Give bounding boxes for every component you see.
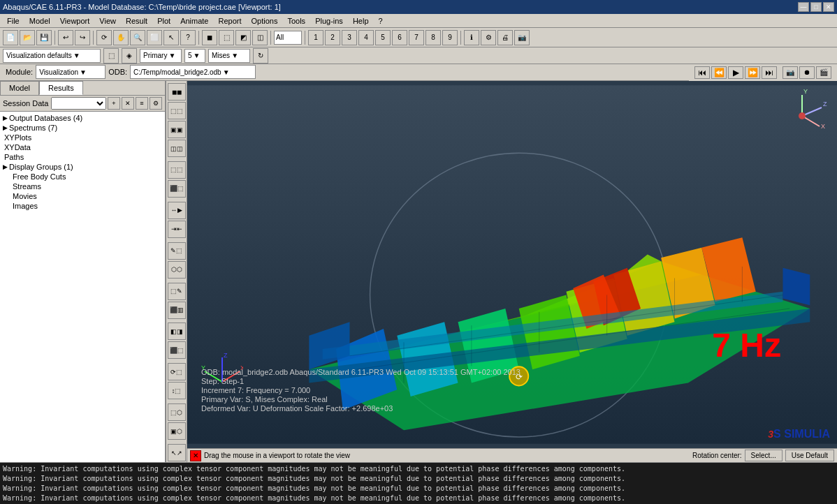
- menu-result[interactable]: Result: [122, 15, 152, 27]
- vtb-btn-2[interactable]: ⬚⬚: [168, 102, 186, 119]
- vtb-btn-15[interactable]: ⟳⬚: [168, 363, 186, 380]
- menu-tools[interactable]: Tools: [283, 15, 310, 27]
- refresh-btn[interactable]: ↻: [253, 48, 268, 64]
- mises-dropdown[interactable]: Mises ▼: [208, 49, 250, 63]
- view5-btn[interactable]: 5: [375, 30, 391, 45]
- vtb-btn-4[interactable]: ◫◫: [168, 140, 186, 157]
- render-btn[interactable]: ◼: [202, 30, 217, 45]
- redo-btn[interactable]: ↪: [75, 30, 90, 45]
- vis-default-dropdown[interactable]: Visualization defaults ▼: [3, 49, 101, 63]
- menu-options[interactable]: Options: [247, 15, 282, 27]
- skip-end-button[interactable]: ⏭: [762, 66, 777, 79]
- query-btn[interactable]: ?: [180, 30, 196, 45]
- vtb-btn-12[interactable]: ⬛▥: [168, 302, 186, 319]
- tree-xydata[interactable]: XYData: [1, 142, 163, 152]
- menu-model[interactable]: Model: [25, 15, 54, 27]
- close-button[interactable]: ✕: [823, 2, 834, 12]
- tree-output-databases[interactable]: ▶ Output Databases (4): [1, 113, 163, 123]
- minimize-button[interactable]: —: [798, 2, 809, 12]
- tree-movies[interactable]: Movies: [10, 191, 163, 201]
- view4-btn[interactable]: 4: [358, 30, 374, 45]
- module-dropdown[interactable]: Visualization ▼: [36, 65, 105, 79]
- session-data-select[interactable]: [51, 97, 106, 110]
- vtb-btn-14[interactable]: ⬛⬚: [168, 341, 186, 359]
- menu-question[interactable]: ?: [374, 15, 387, 27]
- pan-btn[interactable]: ✋: [113, 30, 129, 45]
- tree-images[interactable]: Images: [10, 201, 163, 211]
- undo-btn[interactable]: ↩: [58, 30, 73, 45]
- camera-btn[interactable]: 📷: [514, 30, 530, 45]
- tab-results[interactable]: Results: [39, 81, 83, 95]
- maximize-button[interactable]: □: [810, 2, 822, 12]
- step-dropdown[interactable]: All: [274, 31, 302, 45]
- animate-settings-button[interactable]: 🎬: [816, 66, 831, 79]
- tree-paths[interactable]: Paths: [1, 152, 163, 162]
- info-btn[interactable]: ℹ: [464, 30, 479, 45]
- comp-btn[interactable]: ◈: [122, 48, 137, 64]
- vtb-btn-18[interactable]: ▣⬡: [168, 422, 186, 440]
- new-item-btn[interactable]: +: [108, 97, 120, 110]
- vtb-btn-17[interactable]: ⬚⬡: [168, 403, 186, 421]
- feat-btn[interactable]: ◫: [252, 30, 268, 45]
- options-btn[interactable]: ⚙: [150, 97, 162, 110]
- odb-dropdown[interactable]: C:/Temp/modal_bridge2.odb ▼: [130, 65, 256, 79]
- use-default-button[interactable]: Use Default: [785, 450, 834, 461]
- vtb-btn-1[interactable]: ◼◼: [168, 83, 186, 101]
- view8-btn[interactable]: 8: [425, 30, 441, 45]
- vtb-btn-19[interactable]: ↖↗: [168, 444, 186, 461]
- select-btn[interactable]: ↖: [163, 30, 179, 45]
- vtb-btn-7[interactable]: ↔▶: [168, 202, 186, 219]
- vtb-btn-8[interactable]: ⇥⇤: [168, 221, 186, 238]
- view6-btn[interactable]: 6: [392, 30, 407, 45]
- view9-btn[interactable]: 9: [442, 30, 458, 45]
- vtb-btn-6[interactable]: ⬛⬚: [168, 180, 186, 198]
- primary-dropdown[interactable]: Primary ▼: [140, 49, 182, 63]
- next-button[interactable]: ⏩: [745, 66, 760, 79]
- menu-plugins[interactable]: Plug-ins: [311, 15, 347, 27]
- view2-btn[interactable]: 2: [325, 30, 340, 45]
- vtb-btn-5[interactable]: ⬚⬚: [168, 161, 186, 179]
- delete-item-btn[interactable]: ✕: [122, 97, 134, 110]
- menu-animate[interactable]: Animate: [176, 15, 212, 27]
- shade-btn[interactable]: ◩: [235, 30, 251, 45]
- vtb-btn-16[interactable]: ↕⬚: [168, 382, 186, 399]
- open-btn[interactable]: 📂: [20, 30, 35, 45]
- view3-btn[interactable]: 3: [342, 30, 357, 45]
- save-btn[interactable]: 💾: [36, 30, 52, 45]
- tree-spectrums[interactable]: ▶ Spectrums (7): [1, 123, 163, 133]
- step-num-dropdown[interactable]: 5 ▼: [184, 49, 205, 63]
- zoom-btn[interactable]: 🔍: [130, 30, 145, 45]
- wire-btn[interactable]: ⬚: [219, 30, 234, 45]
- stop-button[interactable]: ✕: [190, 450, 201, 461]
- skip-start-button[interactable]: ⏮: [694, 66, 710, 79]
- new-btn[interactable]: 📄: [3, 30, 18, 45]
- menu-view[interactable]: View: [95, 15, 120, 27]
- vtb-btn-13[interactable]: ◧◨: [168, 323, 186, 340]
- menu-file[interactable]: File: [3, 15, 24, 27]
- rotate-btn[interactable]: ⟳: [96, 30, 112, 45]
- record-button[interactable]: ⏺: [799, 66, 815, 79]
- tab-model[interactable]: Model: [0, 81, 39, 95]
- vtb-btn-9[interactable]: ✎⬚: [168, 242, 186, 260]
- fit-btn[interactable]: ⬜: [147, 30, 162, 45]
- menu-help[interactable]: Help: [349, 15, 373, 27]
- print-btn[interactable]: 🖨: [497, 30, 513, 45]
- menu-report[interactable]: Report: [214, 15, 245, 27]
- view1-btn[interactable]: 1: [308, 30, 323, 45]
- tree-free-body-cuts[interactable]: Free Body Cuts: [10, 172, 163, 181]
- menu-plot[interactable]: Plot: [153, 15, 175, 27]
- tree-streams[interactable]: Streams: [10, 181, 163, 191]
- vtb-btn-10[interactable]: ⬡⬡: [168, 261, 186, 279]
- play-button[interactable]: ▶: [728, 66, 743, 79]
- vtb-btn-3[interactable]: ▣▣: [168, 121, 186, 138]
- settings-btn[interactable]: ⚙: [481, 30, 496, 45]
- layer-btn[interactable]: ⬚: [103, 48, 119, 64]
- tree-xyplots[interactable]: XYPlots: [1, 133, 163, 142]
- prev-button[interactable]: ⏪: [711, 66, 727, 79]
- camera-capture-button[interactable]: 📷: [783, 66, 798, 79]
- view7-btn[interactable]: 7: [409, 30, 424, 45]
- vtb-btn-11[interactable]: ⬚✎: [168, 283, 186, 300]
- filter-btn[interactable]: ≡: [136, 97, 148, 110]
- tree-display-groups[interactable]: ▶ Display Groups (1): [1, 162, 163, 172]
- select-button[interactable]: Select...: [745, 450, 783, 461]
